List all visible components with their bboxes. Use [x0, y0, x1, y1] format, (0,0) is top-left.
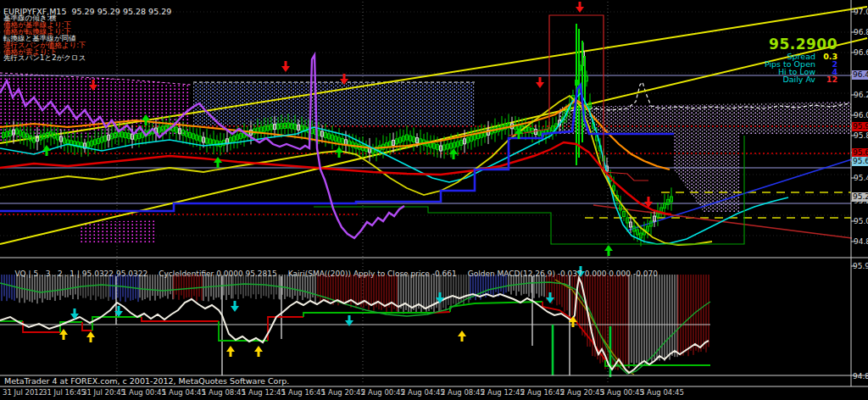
quote-info-panel: 95.2900 Spread0.3Pips to Open2Hi to Low4… [765, 36, 837, 83]
time-axis-label: 2 Aug 04:45 [401, 388, 445, 397]
price-axis-label: 95.45 [854, 174, 868, 183]
time-axis-label: 1 Aug 16:45 [281, 388, 326, 397]
cycleidentifier-label: CycleIdentifier 0.0000 95.2815 [159, 269, 277, 278]
time-axis-label: 3 Aug 04:45 [640, 388, 684, 397]
price-axis-label: 96.85 [854, 28, 868, 37]
price-axis-label: 96.65 [854, 48, 868, 58]
quote-row-daily-av: Daily Av12 [765, 75, 837, 83]
time-axis-label: 1 Aug 12:45 [242, 388, 286, 397]
price-axis-label: 94.85 [854, 237, 868, 247]
ichimoku-cloud [0, 73, 851, 244]
price-axis-label: 95.63 [852, 157, 868, 166]
price-axis-label: 96.05 [854, 111, 868, 120]
time-axis-label: 2 Aug 16:45 [520, 388, 565, 397]
time-axis-label: 1 Aug 04:45 [162, 388, 206, 397]
time-axis-label: 31 Jul 2012 [3, 388, 43, 397]
time-axis-label: 1 Aug 00:45 [122, 388, 166, 397]
price-axis-label: 97.05 [854, 8, 868, 17]
indicator-values-header: VQ | 5 . 3 . 2 . 1 | 95.0322 95.0322Cycl… [5, 261, 669, 286]
price-axis-label: 95.97 [852, 122, 868, 131]
time-axis-label: 2 Aug 00:45 [361, 388, 405, 397]
vq-indicator-label: VQ | 5 . 3 . 2 . 1 | 95.0322 95.0322 [14, 269, 147, 278]
price-axis-label: 95.29 [852, 192, 868, 202]
time-axis-label: 3 Aug 00:45 [600, 388, 644, 397]
price-axis-label: 95.85 [854, 131, 868, 141]
current-price-display: 95.2900 [765, 36, 837, 53]
time-axis-label: 1 Aug 20:45 [321, 388, 365, 397]
price-axis-label: 95.05 [854, 217, 868, 226]
time-axis-label: 31 Jul 16:45 [42, 388, 86, 397]
time-axis-label: 31 Jul 20:45 [82, 388, 125, 397]
mt4-chart-window: EURJPYFXF,M15 95.29 95.29 95.28 95.29 基準… [0, 0, 868, 400]
price-axis-label: 96.25 [854, 91, 868, 100]
time-axis-label: 2 Aug 12:45 [481, 388, 525, 397]
price-axis-label: 95.9332 [853, 262, 868, 270]
time-axis-label: 2 Aug 20:45 [560, 388, 604, 397]
golden-macd-label: Golden MACD(12,26,9) -0.037 0.000 0.000 … [468, 269, 658, 278]
copyright-watermark: MetaTrader 4 at FOREX.com, c 2001-2012, … [4, 376, 289, 386]
time-axis-label: 1 Aug 08:45 [202, 388, 246, 397]
time-axis-label: 2 Aug 08:45 [441, 388, 485, 397]
sub-indicator-panel[interactable] [0, 275, 710, 377]
price-axis-label: 96.44 [852, 70, 868, 80]
ichimoku-status-panel: 基準線の傾き:横価格が基準線より:下価格が転換線より:下転換線と基準線が同値遅行… [3, 15, 86, 62]
chart-canvas[interactable] [0, 0, 868, 400]
quote-label: Daily Av [782, 75, 815, 83]
ichimoku-status-line-7: 先行スパン1と2がクロス [3, 55, 86, 62]
price-axis-label: 94.8327 [853, 372, 868, 381]
quote-value: 12 [815, 75, 837, 83]
kairi-label: Kairi(SMA((200)) Apply to Close price -0… [288, 269, 457, 278]
